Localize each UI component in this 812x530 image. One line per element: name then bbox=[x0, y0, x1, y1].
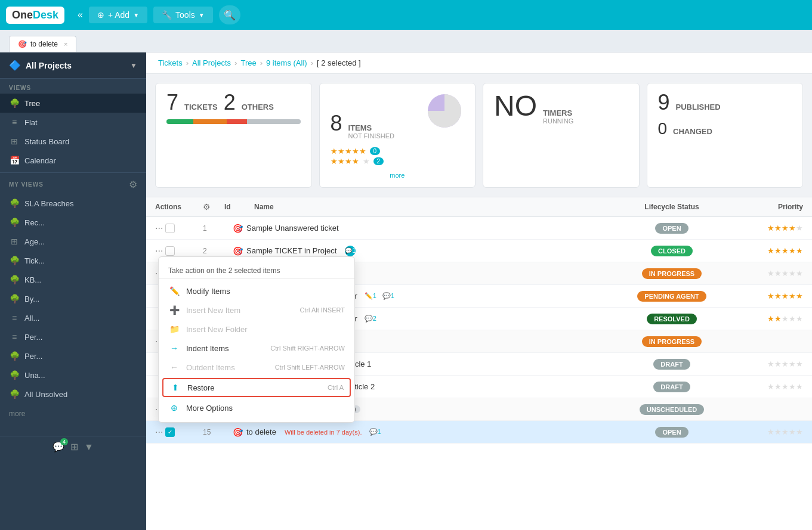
ticket-icon: 🎯 bbox=[233, 246, 243, 256]
action-more-options[interactable]: ⊕ More Options bbox=[159, 398, 354, 417]
status-badge: IN PROGRESS bbox=[642, 336, 702, 347]
row-dots-button[interactable]: ··· bbox=[155, 427, 163, 438]
table-row[interactable]: ··· ✓ 15 🎯 to delete Will be deleted in … bbox=[146, 421, 812, 444]
edit-indicator: ✏️1 bbox=[365, 292, 376, 300]
action-modify-items[interactable]: ✏️ Modify Items bbox=[159, 281, 354, 300]
table-header: Actions ⚙ Id Name Lifecycle Status Prior… bbox=[146, 197, 812, 217]
per2-icon: 🌳 bbox=[9, 351, 20, 361]
status-badge: DRAFT bbox=[653, 359, 690, 370]
collapse-sidebar-button[interactable]: « bbox=[78, 10, 83, 20]
bar-gray bbox=[247, 119, 301, 124]
sidebar-title: All Projects bbox=[26, 61, 130, 70]
action-outdent-label: Outdent Items bbox=[186, 363, 235, 372]
row-name: 🎯 to delete Will be deleted in 7 day(s).… bbox=[233, 427, 618, 437]
sidebar-item-all-unsolved[interactable]: 🌳 All Unsolved bbox=[0, 385, 146, 404]
th-gear-button[interactable]: ⚙ bbox=[203, 202, 224, 212]
topbar: OneDesk « ⊕ + Add ▼ 🔧 Tools ▼ 🔍 bbox=[0, 0, 812, 30]
changed-label: CHANGED bbox=[673, 127, 712, 136]
sidebar-item-sla-breaches[interactable]: 🌳 SLA Breaches bbox=[0, 194, 146, 213]
status-badge: OPEN bbox=[655, 223, 688, 234]
sidebar-item-by-label: By... bbox=[24, 295, 39, 303]
search-button[interactable]: 🔍 bbox=[219, 5, 240, 24]
others-count: 2 bbox=[224, 92, 236, 113]
priority-stars: ★★★★★ bbox=[767, 246, 803, 255]
breadcrumb-tickets[interactable]: Tickets bbox=[158, 58, 183, 67]
views-label: VIEWS bbox=[0, 79, 146, 94]
four-stars: ★★★★ bbox=[331, 157, 359, 166]
sidebar-item-age[interactable]: ⊞ Age... bbox=[0, 232, 146, 251]
sidebar-item-flat[interactable]: ≡ Flat bbox=[0, 113, 146, 132]
row-name-text: Sample TICKET in Project bbox=[246, 246, 336, 255]
sidebar-item-tree[interactable]: 🌳 Tree bbox=[0, 94, 146, 113]
action-panel-header: Take action on the 2 selected items bbox=[159, 262, 354, 279]
tickets-count: 7 bbox=[166, 92, 178, 113]
status-badge: UNSCHEDULED bbox=[640, 404, 704, 415]
sidebar-item-per1[interactable]: ≡ Per... bbox=[0, 327, 146, 346]
restore-shortcut: Ctrl A bbox=[328, 384, 344, 391]
table-row[interactable]: ··· 1 🎯 Sample Unanswered ticket OPEN ★★… bbox=[146, 217, 812, 240]
priority-stars: ★★★★★ bbox=[767, 359, 803, 368]
action-indent-items[interactable]: → Indent Items Ctrl Shift RIGHT-ARROW bbox=[159, 339, 354, 358]
insert-item-icon: ➕ bbox=[168, 305, 180, 315]
sidebar-item-status-board-label: Status Board bbox=[24, 137, 69, 146]
row-name: 🎯 Sample TICKET in Project 💬1 bbox=[233, 246, 618, 256]
add-view-button[interactable]: ⚙ bbox=[129, 179, 137, 190]
items-count: 8 bbox=[331, 113, 342, 134]
sidebar-item-calendar[interactable]: 📅 Calendar bbox=[0, 151, 146, 170]
sidebar-item-rec-label: Rec... bbox=[24, 218, 45, 227]
breadcrumb-items[interactable]: 9 items (All) bbox=[266, 58, 307, 67]
insert-item-shortcut: Ctrl Alt INSERT bbox=[300, 306, 345, 314]
flat-icon: ≡ bbox=[9, 117, 20, 127]
row-actions: ··· ✓ bbox=[155, 427, 203, 438]
th-id: Id bbox=[224, 203, 254, 211]
published-label: PUBLISHED bbox=[676, 103, 721, 111]
tab-to-delete[interactable]: 🎯 to delete × bbox=[9, 36, 76, 52]
sidebar-item-calendar-label: Calendar bbox=[24, 156, 56, 165]
sidebar-more-link[interactable]: more bbox=[0, 404, 146, 424]
add-button[interactable]: ⊕ + Add ▼ bbox=[89, 7, 147, 23]
tab-close-button[interactable]: × bbox=[64, 41, 67, 48]
th-lifecycle-status: Lifecycle Status bbox=[618, 203, 725, 211]
sidebar-item-by[interactable]: 🌳 By... bbox=[0, 289, 146, 308]
tabbar: 🎯 to delete × bbox=[0, 30, 812, 52]
row-dots-button[interactable]: ··· bbox=[155, 246, 163, 256]
ticket-icon: 🎯 bbox=[233, 427, 243, 437]
breadcrumb-sep1: › bbox=[186, 58, 189, 67]
modify-icon: ✏️ bbox=[168, 286, 180, 296]
project-icon: 🔷 bbox=[9, 60, 21, 71]
sidebar-item-status-board[interactable]: ⊞ Status Board bbox=[0, 132, 146, 151]
sidebar-item-una[interactable]: 🌳 Una... bbox=[0, 365, 146, 385]
sidebar-item-tick-label: Tick... bbox=[24, 256, 45, 265]
restore-icon: ⬆ bbox=[169, 383, 181, 392]
tab-label: to delete bbox=[30, 40, 58, 48]
breadcrumb-all-projects[interactable]: All Projects bbox=[192, 58, 231, 67]
tick-icon: 🌳 bbox=[9, 256, 20, 265]
sidebar-item-per2[interactable]: 🌳 Per... bbox=[0, 346, 146, 365]
grid-icon[interactable]: ⊞ bbox=[70, 441, 78, 452]
chat-icon[interactable]: 💬 4 bbox=[53, 441, 64, 452]
published-count: 9 bbox=[658, 92, 670, 113]
sidebar-item-tick[interactable]: 🌳 Tick... bbox=[0, 251, 146, 270]
tools-button[interactable]: 🔧 Tools ▼ bbox=[153, 7, 213, 23]
indent-shortcut: Ctrl Shift RIGHT-ARROW bbox=[270, 345, 345, 352]
more-down-icon[interactable]: ▼ bbox=[84, 442, 94, 452]
sidebar-item-per1-label: Per... bbox=[24, 333, 42, 342]
row-actions: ··· bbox=[155, 223, 203, 234]
sidebar: 🔷 All Projects ▼ VIEWS 🌳 Tree ≡ Flat ⊞ S… bbox=[0, 52, 146, 530]
row-priority: ★★★★★ bbox=[725, 224, 803, 233]
items-more-link[interactable]: more bbox=[331, 172, 465, 179]
sidebar-item-kb[interactable]: 🌳 KB... bbox=[0, 270, 146, 289]
sidebar-item-rec[interactable]: 🌳 Rec... bbox=[0, 213, 146, 232]
row-checkbox[interactable] bbox=[165, 246, 175, 256]
sidebar-item-all[interactable]: ≡ All... bbox=[0, 308, 146, 327]
row-checkbox[interactable] bbox=[165, 224, 175, 233]
action-restore[interactable]: ⬆ Restore Ctrl A bbox=[162, 378, 351, 397]
indicator-badge: 💬1 bbox=[345, 246, 356, 256]
ticket-icon: 🎯 bbox=[233, 224, 243, 233]
sidebar-all-projects[interactable]: 🔷 All Projects ▼ bbox=[0, 52, 146, 79]
row-name-text: to delete bbox=[246, 427, 276, 436]
row-checkbox[interactable]: ✓ bbox=[165, 427, 175, 437]
breadcrumb-tree[interactable]: Tree bbox=[240, 58, 256, 67]
sidebar-item-una-label: Una... bbox=[24, 371, 45, 380]
row-dots-button[interactable]: ··· bbox=[155, 223, 163, 234]
